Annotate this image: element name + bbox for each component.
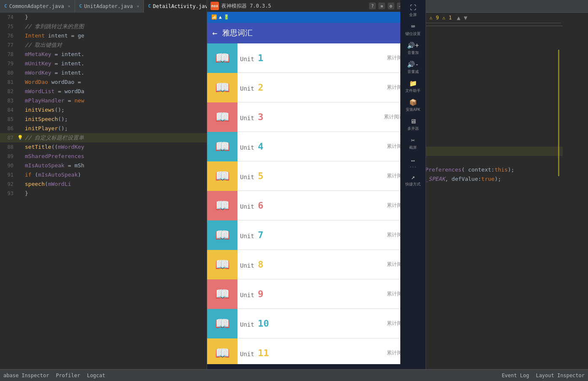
unit-item-6[interactable]: 📖 Unit 6 累计阅读: 0秒 — [207, 191, 426, 220]
unit-icon-wrap-6: 📖 — [207, 191, 237, 220]
emu-tool-安装APK[interactable]: 📦 安装APK — [402, 97, 424, 115]
emu-tool-快捷方式[interactable]: ↗ 快捷方式 — [402, 171, 424, 189]
tab-unit-adapter[interactable]: C UnitAdapter.java ✕ — [75, 0, 144, 13]
emulator-title: 夜神模拟器 7.0.3.5 — [221, 3, 367, 10]
unit-item-7[interactable]: 📖 Unit 7 累计阅读: 0秒 — [207, 220, 426, 250]
line-num-76: 76 — [0, 31, 17, 40]
error-count: 1 — [449, 15, 452, 21]
unit-info-1: Unit 1 累计阅读: 0秒 — [237, 53, 426, 63]
menu-btn[interactable]: ≡ — [378, 3, 385, 9]
unit-icon-wrap-9: 📖 — [207, 279, 237, 309]
logcat-btn[interactable]: Logcat — [87, 373, 105, 378]
unit-label-8: Unit 8 — [240, 259, 263, 270]
back-button[interactable]: ← — [212, 28, 217, 38]
unit-item-3[interactable]: 📖 Unit 3 累计阅读: 20秒 — [207, 102, 426, 132]
emulator-panel: nox 夜神模拟器 7.0.3.5 ? ≡ ⚙ — □ ✕ 📶 ▲ 🔋 11:0… — [207, 0, 426, 381]
unit-item-4[interactable]: 📖 Unit 4 累计阅读: 0秒 — [207, 132, 426, 161]
unit-label-11: Unit 11 — [240, 348, 269, 358]
unit-info-9: Unit 9 累计阅读: 0秒 — [237, 289, 426, 299]
unit-num-1: 1 — [258, 53, 263, 63]
line-num-87: 87 — [0, 133, 17, 142]
line-num-81: 81 — [0, 78, 17, 87]
unit-item-9[interactable]: 📖 Unit 9 累计阅读: 0秒 — [207, 279, 426, 309]
unit-text-3: Unit — [240, 115, 258, 121]
unit-info-10: Unit 10 累计阅读: 0秒 — [237, 318, 426, 329]
emu-tool-键位设置[interactable]: ⌨ 键位设置 — [402, 21, 424, 39]
line-num-75: 75 — [0, 22, 17, 31]
settings-btn[interactable]: ⚙ — [388, 3, 394, 9]
right-line-80 — [423, 82, 563, 91]
margin-warning-line — [558, 50, 559, 176]
right-line-76 — [423, 45, 563, 54]
emu-tool-全屏[interactable]: ⛶ 全屏 — [402, 2, 424, 20]
right-line-82 — [423, 100, 563, 110]
status-left: 📶 ▲ 🔋 — [211, 14, 229, 20]
tab-close-common[interactable]: ✕ — [68, 4, 70, 8]
unit-info-5: Unit 5 累计阅读: 0秒 — [237, 171, 426, 181]
emu-tool-...[interactable]: … ... — [402, 153, 424, 170]
emu-label-音量加: 音量加 — [407, 50, 419, 56]
profiler-btn[interactable]: Profiler — [56, 373, 80, 378]
unit-icon-wrap-7: 📖 — [207, 220, 237, 250]
tab-label-unit: UnitAdapter.java — [84, 3, 133, 9]
line-num-93: 93 — [0, 189, 17, 198]
unit-item-2[interactable]: 📖 Unit 2 累计阅读: 0秒 — [207, 73, 426, 102]
right-line-92 — [423, 193, 563, 202]
book-icon-8: 📖 — [215, 258, 230, 271]
emu-icon-...: … — [411, 156, 415, 163]
unit-info-2: Unit 2 累计阅读: 0秒 — [237, 82, 426, 93]
emu-label-安装APK: 安装APK — [406, 107, 420, 113]
emu-label-全屏: 全屏 — [409, 12, 417, 18]
book-icon-2: 📖 — [215, 80, 230, 94]
line-num-91: 91 — [0, 170, 17, 180]
unit-text-5: Unit — [240, 174, 258, 180]
unit-icon-wrap-5: 📖 — [207, 161, 237, 191]
database-inspector-btn[interactable]: abase Inspector — [3, 373, 49, 378]
unit-item-1[interactable]: 📖 Unit 1 累计阅读: 0秒 — [207, 43, 426, 73]
unit-num-5: 5 — [258, 171, 263, 181]
line-num-80: 80 — [0, 68, 17, 78]
emu-tool-文件助手[interactable]: 📁 文件助手 — [402, 78, 424, 96]
unit-item-8[interactable]: 📖 Unit 8 累计阅读: 0秒 — [207, 250, 426, 279]
emu-label-文件助手: 文件助手 — [405, 88, 421, 94]
unit-num-2: 2 — [258, 82, 263, 93]
unit-label-2: Unit 2 — [240, 82, 263, 93]
emu-icon-全屏: ⛶ — [410, 4, 416, 11]
warnings-down-btn[interactable]: ▼ — [464, 14, 467, 21]
book-icon-5: 📖 — [215, 169, 230, 183]
book-icon-1: 📖 — [215, 51, 230, 65]
unit-num-3: 3 — [258, 112, 263, 122]
right-code-area: Preferences( context: this); _SPEAK, def… — [423, 13, 563, 381]
emu-tool-音量加[interactable]: 🔊+ 音量加 — [402, 40, 424, 58]
wifi-icon: 📶 — [211, 14, 217, 20]
emu-tool-多开器[interactable]: 🖥 多开器 — [402, 115, 424, 134]
warnings-up-btn[interactable]: ▲ — [457, 14, 460, 21]
warning-icon2: ⚠ — [442, 15, 445, 21]
right-line-78 — [423, 63, 563, 72]
tab-close-unit[interactable]: ✕ — [137, 4, 139, 8]
layout-inspector-btn[interactable]: Layout Inspector — [536, 373, 585, 378]
unit-text-9: Unit — [240, 292, 258, 298]
line-num-77: 77 — [0, 40, 17, 50]
emu-tool-截屏[interactable]: ✂ 截屏 — [402, 134, 424, 153]
warnings-area: ⚠ 9 ⚠ 1 ▲ ▼ — [426, 13, 561, 23]
unit-item-5[interactable]: 📖 Unit 5 累计阅读: 0秒 — [207, 161, 426, 191]
tab-common-adapter[interactable]: C CommonAdapter.java ✕ — [0, 0, 75, 13]
unit-text-2: Unit — [240, 85, 258, 92]
right-line-83 — [423, 110, 563, 119]
event-log-btn[interactable]: Event Log — [502, 373, 529, 378]
book-icon-11: 📖 — [215, 346, 230, 360]
unit-item-11[interactable]: 📖 Unit 11 累计阅读: 0秒 — [207, 338, 426, 364]
emu-tool-音量减[interactable]: 🔊- 音量减 — [402, 59, 424, 77]
app-title: 雅思词汇 — [222, 28, 406, 38]
help-btn[interactable]: ? — [369, 3, 376, 9]
unit-item-10[interactable]: 📖 Unit 10 累计阅读: 0秒 — [207, 309, 426, 338]
unit-num-11: 11 — [258, 348, 269, 358]
book-icon-4: 📖 — [215, 140, 230, 153]
warning-count: 9 — [436, 15, 439, 21]
right-line-91 — [423, 184, 563, 193]
unit-label-7: Unit 7 — [240, 230, 263, 240]
unit-info-6: Unit 6 累计阅读: 0秒 — [237, 200, 426, 211]
emu-icon-音量加: 🔊+ — [407, 42, 419, 49]
emu-label-截屏: 截屏 — [409, 145, 417, 150]
